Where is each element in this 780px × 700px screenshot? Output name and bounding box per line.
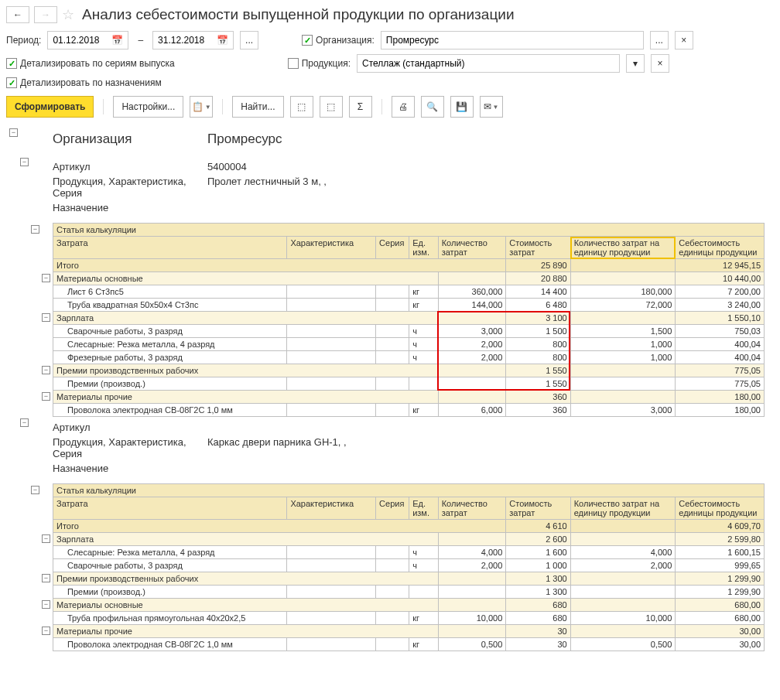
prod-label: Продукция: xyxy=(302,58,351,69)
group-row[interactable]: Зарплата 2 600 2 599,80 xyxy=(53,533,765,546)
group-row[interactable]: Материалы основные 680 680,00 xyxy=(53,599,765,612)
detail-row[interactable]: Проволока электродная СВ-08Г2С 1,0 мм кг… xyxy=(53,404,765,417)
run-button[interactable]: Сформировать xyxy=(6,96,94,118)
tree-toggle[interactable]: − xyxy=(42,392,50,401)
detail-row[interactable]: Труба квадратная 50х50х4 Ст3пс кг 144,00… xyxy=(53,299,765,312)
col-cost: Затрата xyxy=(53,237,287,259)
group-row[interactable]: Премии производственных рабочих 1 550 77… xyxy=(53,364,765,377)
checkbox-icon xyxy=(6,58,17,69)
tree-toggle[interactable]: − xyxy=(42,574,50,582)
tree-toggle[interactable]: − xyxy=(9,128,18,137)
date-to-field[interactable] xyxy=(156,34,215,46)
detail-row[interactable]: Премии (производ.) 1 300 1 299,90 xyxy=(53,586,765,599)
sum-button[interactable]: Σ xyxy=(349,96,372,118)
tree-toggle[interactable]: − xyxy=(20,158,29,166)
checkbox-icon xyxy=(302,35,313,46)
product-label: Продукция, Характеристика, Серия xyxy=(53,436,207,459)
total-row: Итого 25 890 12 945,15 xyxy=(53,259,765,272)
org-field[interactable] xyxy=(385,34,640,46)
detail-row[interactable]: Премии (производ.) 1 550 775,05 xyxy=(53,377,765,391)
settings-button[interactable]: Настройки... xyxy=(113,96,183,118)
tree-toggle[interactable]: − xyxy=(42,313,50,322)
col-amount: Стоимость затрат xyxy=(506,237,570,259)
tree-toggle[interactable]: − xyxy=(42,274,50,282)
col-qty: Количество затрат xyxy=(438,497,506,520)
detail-row[interactable]: Сварочные работы, 3 разряд ч 2,000 1 000… xyxy=(53,559,765,572)
group-row[interactable]: Премии производственных рабочих 1 300 1 … xyxy=(53,572,765,586)
separator xyxy=(381,99,382,114)
col-qty-unit: Количество затрат на единицу продукции xyxy=(570,497,676,520)
detail-row[interactable]: Сварочные работы, 3 разряд ч 3,000 1 500… xyxy=(53,325,765,338)
period-select-button[interactable]: ... xyxy=(240,31,258,50)
total-row: Итого 4 610 4 609,70 xyxy=(53,520,765,533)
favorite-star-icon[interactable]: ☆ xyxy=(62,6,74,23)
prod-checkbox[interactable]: Продукция: xyxy=(288,58,351,69)
detail-series-checkbox[interactable]: Детализировать по сериям выпуска xyxy=(6,58,175,69)
group-row[interactable]: Материалы основные 20 880 10 440,00 xyxy=(53,272,765,285)
org-header-value: Промресурс xyxy=(207,131,282,147)
sku-label: Артикул xyxy=(53,161,207,172)
group-row[interactable]: Материалы прочие 360 180,00 xyxy=(53,391,765,404)
detail-row[interactable]: Фрезерные работы, 3 разряд ч 2,000 800 1… xyxy=(53,351,765,364)
col-cost: Затрата xyxy=(53,497,287,520)
tree-toggle[interactable]: − xyxy=(42,627,50,635)
variants-button[interactable]: 📋▼ xyxy=(190,96,213,118)
detail-row[interactable]: Труба профильная прямоугольная 40х20х2,5… xyxy=(53,612,765,625)
col-cost-unit: Себестоимость единицы продукции xyxy=(676,237,765,259)
tree-toggle[interactable]: − xyxy=(31,225,39,234)
col-qty: Количество затрат xyxy=(438,237,506,259)
col-um: Ед. изм. xyxy=(409,237,439,259)
detail-row[interactable]: Лист 6 Ст3пс5 кг 360,000 14 400 180,000 … xyxy=(53,285,765,299)
find-button[interactable]: Найти... xyxy=(232,96,283,118)
cost-table: Статья калькуляции Затрата Характеристик… xyxy=(53,223,765,417)
tree-toggle[interactable]: − xyxy=(31,486,39,494)
calendar-icon[interactable]: 📅 xyxy=(215,35,230,46)
org-input[interactable] xyxy=(381,31,644,50)
nav-back-button[interactable]: ← xyxy=(6,6,29,23)
prod-input[interactable] xyxy=(357,54,620,73)
date-to-input[interactable]: 📅 xyxy=(152,31,234,50)
detail-row[interactable]: Проволока электродная СВ-08Г2С 1,0 мм кг… xyxy=(53,638,765,651)
org-select-button[interactable]: ... xyxy=(650,31,669,50)
print-button[interactable]: 🖨 xyxy=(392,96,415,118)
product-value: Пролет лестничный 3 м, , xyxy=(207,176,327,199)
group-row[interactable]: Материалы прочие 30 30,00 xyxy=(53,625,765,638)
org-label: Организация: xyxy=(316,35,375,46)
prod-field[interactable] xyxy=(361,57,616,70)
detail-purpose-label: Детализировать по назначениям xyxy=(20,77,162,88)
collapse-button[interactable]: ⬚ xyxy=(320,96,343,118)
col-series: Серия xyxy=(376,497,409,520)
page-title: Анализ себестоимости выпущенной продукци… xyxy=(82,6,515,23)
tree-toggle[interactable]: − xyxy=(42,600,50,609)
date-from-input[interactable]: 📅 xyxy=(47,31,128,50)
checkbox-icon xyxy=(288,58,299,69)
detail-purpose-checkbox[interactable]: Детализировать по назначениям xyxy=(6,77,162,88)
date-from-field[interactable] xyxy=(51,34,110,46)
prod-dropdown-button[interactable]: ▾ xyxy=(626,54,645,73)
purpose-label: Назначение xyxy=(53,463,207,474)
save-button[interactable]: 💾 xyxy=(450,96,474,118)
cost-table: Статья калькуляции Затрата Характеристик… xyxy=(53,483,765,651)
col-qty-unit: Количество затрат на единицу продукции xyxy=(570,237,676,259)
nav-forward-button[interactable]: → xyxy=(34,6,57,23)
detail-row[interactable]: Слесарные: Резка металла, 4 разряд ч 4,0… xyxy=(53,546,765,559)
group-row[interactable]: Зарплата 3 100 1 550,10 xyxy=(53,312,765,325)
org-clear-button[interactable]: × xyxy=(675,31,693,50)
preview-button[interactable]: 🔍 xyxy=(421,96,444,118)
sku-label: Артикул xyxy=(53,422,207,433)
dash: – xyxy=(138,35,143,46)
email-button[interactable]: ✉▼ xyxy=(480,96,503,118)
detail-series-label: Детализировать по сериям выпуска xyxy=(20,58,175,69)
calendar-icon[interactable]: 📅 xyxy=(110,35,125,46)
tree-toggle[interactable]: − xyxy=(42,366,50,374)
tree-toggle[interactable]: − xyxy=(42,534,50,543)
col-um: Ед. изм. xyxy=(409,497,439,520)
purpose-label: Назначение xyxy=(53,202,207,213)
expand-button[interactable]: ⬚ xyxy=(290,96,313,118)
org-checkbox[interactable]: Организация: xyxy=(302,35,375,46)
tree-toggle[interactable]: − xyxy=(20,418,29,427)
prod-clear-button[interactable]: × xyxy=(651,54,669,73)
col-char: Характеристика xyxy=(287,497,376,520)
product-value: Каркас двери парника GH-1, , xyxy=(207,436,347,459)
detail-row[interactable]: Слесарные: Резка металла, 4 разряд ч 2,0… xyxy=(53,338,765,351)
